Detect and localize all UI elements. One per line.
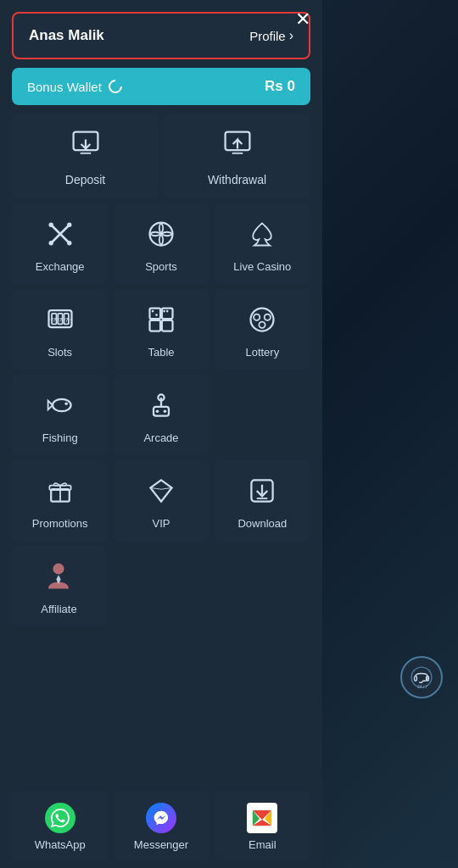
svg-point-11 — [67, 241, 71, 245]
download-icon — [247, 476, 277, 510]
profile-section[interactable]: Anas Malik Profile › — [12, 12, 310, 59]
email-icon — [247, 803, 277, 833]
svg-point-30 — [254, 314, 260, 320]
support-button[interactable]: 24 / 7 — [400, 656, 443, 698]
download-item[interactable]: Download — [215, 460, 310, 541]
live-casino-item[interactable]: Live Casino — [215, 203, 310, 284]
exchange-icon — [45, 219, 75, 253]
promotions-label: Promotions — [32, 517, 88, 530]
svg-point-32 — [260, 321, 265, 327]
svg-marker-43 — [150, 480, 171, 501]
slots-icon: 7 7 7 — [45, 304, 75, 339]
row-slots-table-lottery: 7 7 7 Slots — [12, 289, 310, 370]
live-casino-icon — [247, 219, 277, 253]
svg-point-26 — [155, 314, 158, 316]
row-affiliate: Affiliate — [12, 546, 310, 626]
email-item[interactable]: Email — [215, 791, 310, 860]
sports-label: Sports — [145, 260, 177, 273]
exchange-label: Exchange — [36, 260, 85, 273]
withdrawal-item[interactable]: Withdrawal — [164, 114, 310, 198]
svg-rect-35 — [154, 406, 169, 415]
deposit-item[interactable]: Deposit — [12, 114, 159, 198]
email-label: Email — [249, 838, 276, 851]
svg-point-34 — [64, 402, 68, 405]
fishing-item[interactable]: Fishing — [12, 375, 108, 455]
svg-point-39 — [164, 409, 167, 413]
svg-rect-22 — [162, 308, 173, 319]
table-item[interactable]: Table — [113, 289, 209, 370]
vip-icon — [146, 476, 176, 510]
svg-point-33 — [53, 398, 71, 410]
slots-label: Slots — [47, 346, 72, 359]
vip-item[interactable]: VIP — [113, 460, 209, 541]
svg-point-9 — [67, 222, 71, 226]
bonus-amount: Rs 0 — [265, 78, 295, 95]
whatsapp-label: WhatsApp — [35, 838, 86, 851]
svg-point-38 — [156, 409, 159, 413]
svg-rect-21 — [149, 308, 160, 319]
exchange-item[interactable]: Exchange — [12, 203, 108, 284]
whatsapp-item[interactable]: WhatsApp — [12, 791, 108, 860]
table-label: Table — [148, 346, 174, 359]
row-promotions-vip-download: Promotions VIP — [12, 460, 310, 541]
arcade-label: Arcade — [143, 431, 178, 444]
svg-point-28 — [163, 309, 165, 312]
whatsapp-icon — [45, 803, 75, 833]
svg-point-25 — [152, 309, 154, 312]
deposit-label: Deposit — [65, 173, 105, 186]
sports-icon — [146, 219, 176, 253]
svg-point-48 — [54, 564, 64, 573]
menu-grid: Deposit Withdrawal — [12, 114, 310, 786]
affiliate-icon — [43, 561, 74, 596]
svg-text:24 / 7: 24 / 7 — [417, 685, 428, 689]
social-row: WhatsApp Messenger Email — [12, 791, 310, 860]
arcade-icon — [146, 390, 176, 425]
profile-link: Profile › — [249, 28, 293, 43]
svg-rect-24 — [162, 320, 173, 331]
empty-item — [215, 375, 310, 455]
vip-label: VIP — [153, 517, 170, 530]
sports-item[interactable]: Sports — [113, 203, 209, 284]
close-button[interactable]: ✕ — [295, 10, 310, 29]
profile-name: Anas Malik — [29, 27, 104, 44]
bonus-wallet[interactable]: Bonus Wallet Rs 0 — [12, 68, 310, 105]
row-deposit-withdrawal: Deposit Withdrawal — [12, 114, 310, 198]
download-label: Download — [237, 517, 287, 530]
svg-point-27 — [166, 309, 169, 312]
side-panel: ✕ Anas Malik Profile › Bonus Wallet Rs 0 — [0, 0, 322, 868]
affiliate-label: Affiliate — [41, 603, 76, 615]
lottery-item[interactable]: Lottery — [215, 289, 310, 370]
withdrawal-icon — [222, 129, 253, 166]
live-casino-label: Live Casino — [233, 260, 291, 273]
table-icon — [146, 304, 176, 339]
slots-item[interactable]: 7 7 7 Slots — [12, 289, 108, 370]
bonus-wallet-label: Bonus Wallet — [27, 80, 122, 94]
lottery-label: Lottery — [245, 346, 279, 359]
lottery-icon — [247, 304, 277, 339]
deposit-icon — [70, 129, 101, 166]
row-exchange-sports-casino: Exchange Sports — [12, 203, 310, 284]
affiliate-item[interactable]: Affiliate — [12, 546, 106, 626]
svg-rect-23 — [149, 320, 160, 331]
row-fishing-arcade: Fishing Arcade — [12, 375, 310, 455]
promotions-icon — [45, 476, 75, 510]
arcade-item[interactable]: Arcade — [113, 375, 209, 455]
fishing-icon — [45, 390, 75, 425]
profile-arrow: › — [289, 28, 293, 43]
messenger-item[interactable]: Messenger — [113, 791, 209, 860]
svg-point-31 — [265, 314, 271, 320]
messenger-label: Messenger — [134, 838, 188, 851]
refresh-icon — [106, 77, 126, 97]
fishing-label: Fishing — [42, 431, 78, 444]
svg-point-8 — [48, 222, 53, 226]
promotions-item[interactable]: Promotions — [12, 460, 108, 541]
messenger-icon — [146, 803, 176, 833]
withdrawal-label: Withdrawal — [208, 173, 266, 186]
svg-point-10 — [48, 241, 53, 245]
